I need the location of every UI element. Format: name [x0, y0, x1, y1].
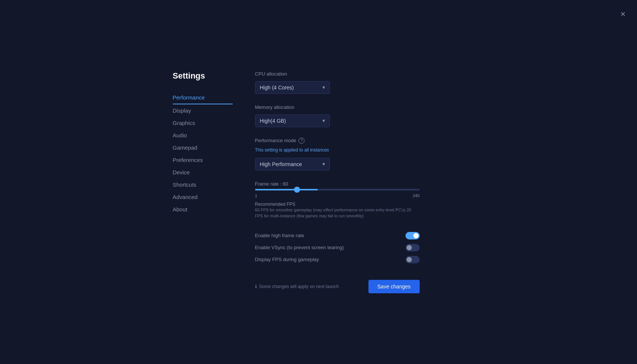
toggle-display-fps[interactable]: [405, 256, 420, 263]
memory-allocation-label: Memory allocation: [255, 104, 465, 110]
toggle-vsync[interactable]: [405, 244, 420, 251]
sidebar-item-performance[interactable]: Performance: [173, 91, 233, 104]
toggle-vsync-slider: [405, 244, 420, 251]
performance-mode-wrapper: High Performance Balanced Power Saving ▼: [255, 158, 330, 171]
performance-mode-header: Performance mode ?: [255, 138, 465, 144]
toggle-display-fps-label: Display FPS during gameplay: [255, 257, 319, 262]
fps-recommend-title: Recommended FPS: [255, 202, 465, 207]
footer-note-text: Some changes will apply on next launch: [259, 284, 339, 289]
main-content: CPU allocation High (4 Cores) Medium (2 …: [255, 71, 465, 293]
framerate-section: Frame rate : 60 1 240 Recommended FPS 60…: [255, 181, 465, 219]
toggle-vsync-label: Enable VSync (to prevent screen tearing): [255, 245, 344, 250]
page-title: Settings: [173, 71, 233, 81]
performance-mode-label: Performance mode: [255, 138, 297, 143]
cpu-allocation-select[interactable]: High (4 Cores) Medium (2 Cores) Low (1 C…: [255, 81, 330, 94]
fps-recommend-text: 60 FPS for smoother gameplay (may effect…: [255, 207, 420, 219]
close-button[interactable]: ✕: [618, 9, 628, 19]
toggles-section: Enable high frame rate Enable VSync (to …: [255, 230, 465, 266]
slider-min: 1: [255, 193, 257, 198]
cpu-allocation-wrapper: High (4 Cores) Medium (2 Cores) Low (1 C…: [255, 81, 330, 94]
toggle-high-frame-rate[interactable]: [405, 232, 420, 239]
footer: ℹ Some changes will apply on next launch…: [255, 280, 420, 293]
memory-allocation-section: Memory allocation High(4 GB) Medium(2 GB…: [255, 104, 465, 127]
sidebar-item-audio[interactable]: Audio: [173, 129, 233, 141]
sidebar-item-graphics[interactable]: Graphics: [173, 117, 233, 129]
performance-mode-section: Performance mode ? This setting is appli…: [255, 138, 465, 171]
memory-allocation-select[interactable]: High(4 GB) Medium(2 GB) Low(1 GB): [255, 114, 330, 127]
sidebar-item-about[interactable]: About: [173, 203, 233, 215]
toggle-high-frame-rate-label: Enable high frame rate: [255, 233, 304, 238]
fps-recommend: Recommended FPS 60 FPS for smoother game…: [255, 202, 465, 219]
close-icon: ✕: [620, 10, 626, 18]
sidebar-item-preferences[interactable]: Preferences: [173, 154, 233, 166]
toggle-high-frame-rate-slider: [405, 232, 420, 239]
framerate-label: Frame rate : 60: [255, 181, 465, 187]
sidebar-item-advanced[interactable]: Advanced: [173, 191, 233, 203]
sidebar: Settings Performance Display Graphics Au…: [173, 71, 233, 293]
toggle-vsync-row: Enable VSync (to prevent screen tearing): [255, 242, 420, 254]
footer-info-icon: ℹ: [255, 284, 257, 289]
info-icon[interactable]: ?: [298, 138, 304, 144]
slider-max: 240: [413, 193, 419, 198]
save-button[interactable]: Save changes: [368, 280, 420, 293]
toggle-display-fps-row: Display FPS during gameplay: [255, 254, 420, 266]
sidebar-item-device[interactable]: Device: [173, 166, 233, 178]
framerate-slider[interactable]: [255, 189, 420, 190]
cpu-allocation-label: CPU allocation: [255, 71, 465, 77]
sidebar-item-shortcuts[interactable]: Shortcuts: [173, 178, 233, 191]
footer-note: ℹ Some changes will apply on next launch: [255, 284, 339, 289]
slider-labels: 1 240: [255, 193, 420, 198]
performance-mode-subtitle: This setting is applied to all instances: [255, 147, 465, 153]
sidebar-item-gamepad[interactable]: Gamepad: [173, 141, 233, 154]
sidebar-item-display[interactable]: Display: [173, 104, 233, 117]
toggle-display-fps-slider: [405, 256, 420, 263]
memory-allocation-wrapper: High(4 GB) Medium(2 GB) Low(1 GB) ▼: [255, 114, 330, 127]
cpu-allocation-section: CPU allocation High (4 Cores) Medium (2 …: [255, 71, 465, 94]
sidebar-nav: Performance Display Graphics Audio Gamep…: [173, 91, 233, 215]
slider-wrapper: [255, 189, 420, 190]
performance-mode-select[interactable]: High Performance Balanced Power Saving: [255, 158, 330, 171]
toggle-high-frame-rate-row: Enable high frame rate: [255, 230, 420, 242]
